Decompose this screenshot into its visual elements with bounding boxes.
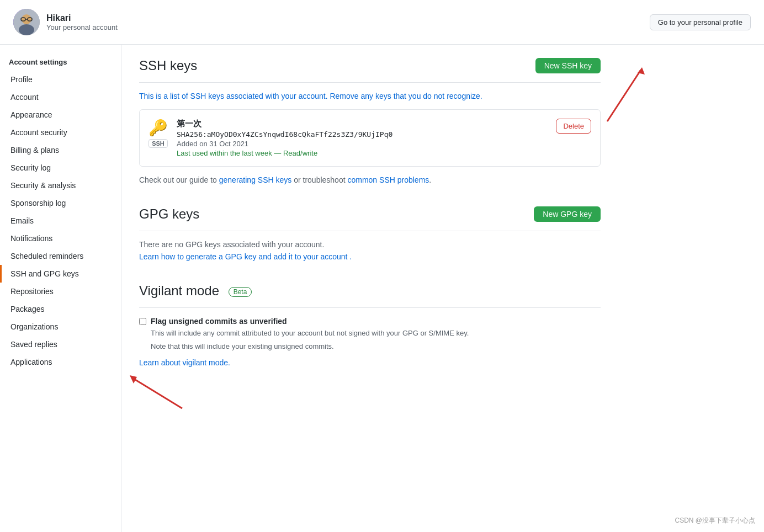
key-type-badge: SSH bbox=[148, 139, 168, 148]
beta-badge: Beta bbox=[229, 287, 252, 297]
sidebar-item-appearance[interactable]: Appearance bbox=[0, 106, 121, 124]
vigilant-learn-link-container: Learn about vigilant mode. bbox=[139, 358, 601, 367]
header-left: Hikari Your personal account bbox=[13, 9, 118, 35]
guide-middle: or troubleshoot bbox=[291, 175, 347, 184]
sidebar-item-saved-replies[interactable]: Saved replies bbox=[0, 336, 121, 353]
guide-suffix: . bbox=[429, 175, 431, 184]
go-to-profile-button[interactable]: Go to your personal profile bbox=[650, 14, 751, 30]
key-added: Added on 31 Oct 2021 bbox=[177, 140, 547, 148]
sidebar-item-applications[interactable]: Applications bbox=[0, 353, 121, 371]
vigilant-section-header: Vigilant mode Beta bbox=[139, 283, 601, 299]
sidebar-item-packages[interactable]: Packages bbox=[0, 300, 121, 318]
vigilant-label-area: Flag unsigned commits as unverified This… bbox=[151, 317, 469, 352]
sidebar-item-account-security[interactable]: Account security bbox=[0, 124, 121, 141]
username: Hikari bbox=[46, 13, 118, 23]
sidebar-item-organizations[interactable]: Organizations bbox=[0, 318, 121, 336]
sidebar-item-notifications[interactable]: Notifications bbox=[0, 230, 121, 247]
ssh-keys-section: SSH keys New SSH key This is a list of S… bbox=[139, 58, 601, 184]
main-layout: Account settings Profile Account Appeara… bbox=[0, 45, 764, 532]
main-content: SSH keys New SSH key This is a list of S… bbox=[121, 45, 618, 532]
vigilant-checkbox[interactable] bbox=[139, 318, 146, 325]
ssh-guide-text: Check out our guide to generating SSH ke… bbox=[139, 175, 601, 184]
gpg-learn-suffix: . bbox=[347, 252, 352, 261]
delete-ssh-key-button[interactable]: Delete bbox=[556, 119, 591, 134]
gpg-section-title: GPG keys bbox=[139, 206, 199, 222]
ssh-key-card: 🔑 SSH 第一次 SHA256:aMOyOD0xY4ZCsYnqwdI68cQ… bbox=[139, 109, 601, 167]
sidebar: Account settings Profile Account Appeara… bbox=[0, 45, 121, 532]
vigilant-desc-line2: Note that this will include your existin… bbox=[151, 341, 469, 352]
key-access: Read/write bbox=[283, 149, 317, 157]
avatar-image bbox=[13, 9, 40, 35]
gpg-section-header: GPG keys New GPG key bbox=[139, 206, 601, 222]
gpg-learn-prefix: Learn how to bbox=[139, 252, 186, 261]
vigilant-divider bbox=[139, 307, 601, 308]
svg-point-2 bbox=[19, 24, 34, 35]
vigilant-title-text: Vigilant mode bbox=[139, 283, 219, 298]
sidebar-item-billing[interactable]: Billing & plans bbox=[0, 141, 121, 159]
common-ssh-problems-link[interactable]: common SSH problems bbox=[347, 175, 429, 184]
key-icon-wrapper: 🔑 SSH bbox=[148, 119, 168, 148]
sidebar-item-scheduled-reminders[interactable]: Scheduled reminders bbox=[0, 247, 121, 265]
gpg-keys-section: GPG keys New GPG key There are no GPG ke… bbox=[139, 206, 601, 261]
sidebar-item-emails[interactable]: Emails bbox=[0, 212, 121, 230]
key-icon: 🔑 bbox=[148, 119, 168, 137]
ssh-section-header: SSH keys New SSH key bbox=[139, 58, 601, 73]
sidebar-item-profile[interactable]: Profile bbox=[0, 71, 121, 88]
key-last-used-text: Last used within the last week bbox=[177, 149, 272, 157]
vigilant-checkbox-label: Flag unsigned commits as unverified bbox=[151, 317, 469, 326]
sidebar-item-account[interactable]: Account bbox=[0, 88, 121, 106]
guide-prefix: Check out our guide to bbox=[139, 175, 219, 184]
ssh-description: This is a list of SSH keys associated wi… bbox=[139, 92, 601, 100]
key-info: 第一次 SHA256:aMOyOD0xY4ZCsYnqwdI68cQkaFTf2… bbox=[177, 119, 547, 157]
key-separator: — bbox=[274, 149, 283, 157]
header: Hikari Your personal account Go to your … bbox=[0, 0, 764, 45]
generating-ssh-keys-link[interactable]: generating SSH keys bbox=[219, 175, 292, 184]
vigilant-checkbox-row: Flag unsigned commits as unverified This… bbox=[139, 317, 601, 352]
key-used: Last used within the last week — Read/wr… bbox=[177, 149, 547, 157]
vigilant-learn-link[interactable]: Learn about vigilant mode. bbox=[139, 358, 230, 367]
user-subtitle: Your personal account bbox=[46, 23, 118, 31]
avatar bbox=[13, 9, 40, 35]
new-ssh-key-button[interactable]: New SSH key bbox=[535, 58, 601, 73]
new-gpg-key-button[interactable]: New GPG key bbox=[534, 206, 601, 222]
sidebar-item-repositories[interactable]: Repositories bbox=[0, 283, 121, 300]
key-hash: SHA256:aMOyOD0xY4ZCsYnqwdI68cQkaFTf22s3Z… bbox=[177, 130, 547, 139]
gpg-learn-link[interactable]: generate a GPG key and add it to your ac… bbox=[186, 252, 348, 261]
gpg-learn-text: Learn how to generate a GPG key and add … bbox=[139, 252, 601, 261]
header-user-info: Hikari Your personal account bbox=[46, 13, 118, 31]
vigilant-section-title: Vigilant mode Beta bbox=[139, 283, 252, 299]
key-name: 第一次 bbox=[177, 119, 547, 129]
vigilant-mode-section: Vigilant mode Beta Flag unsigned commits… bbox=[139, 283, 601, 367]
sidebar-heading: Account settings bbox=[0, 54, 121, 71]
vigilant-desc-line1: This will include any commit attributed … bbox=[151, 328, 469, 339]
ssh-section-title: SSH keys bbox=[139, 58, 197, 73]
ssh-divider bbox=[139, 82, 601, 83]
sidebar-item-security-analysis[interactable]: Security & analysis bbox=[0, 177, 121, 194]
sidebar-item-security-log[interactable]: Security log bbox=[0, 159, 121, 177]
no-gpg-keys-text: There are no GPG keys associated with yo… bbox=[139, 240, 601, 249]
gpg-divider bbox=[139, 231, 601, 231]
sidebar-item-sponsorship-log[interactable]: Sponsorship log bbox=[0, 194, 121, 212]
sidebar-item-ssh-gpg-keys[interactable]: SSH and GPG keys bbox=[0, 265, 121, 283]
